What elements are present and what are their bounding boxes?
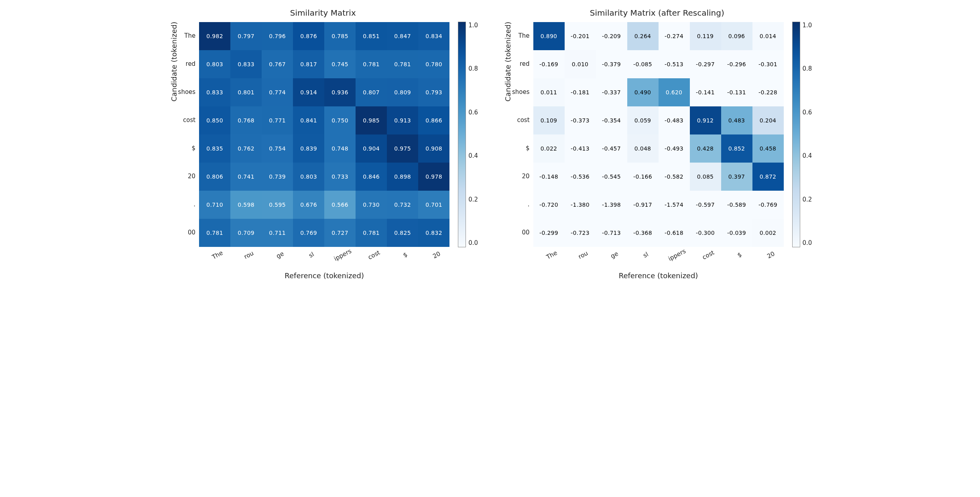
heatmap-cell: 0.741 [230,163,262,191]
heatmap-cell: 0.904 [356,134,387,163]
heatmap-cell: 0.833 [230,50,262,78]
heatmap-cell: 0.806 [199,163,230,191]
heatmap-cell: -1.380 [565,191,596,219]
heatmap-cell: -0.085 [627,50,659,78]
heatmap-cell: 0.898 [387,163,418,191]
heatmap-cell: 0.851 [356,22,387,50]
heatmap-cell: -0.337 [596,78,627,106]
y-tick-label: . [512,190,530,218]
heatmap-cell: 0.733 [324,163,356,191]
heatmap-cell: 0.781 [356,50,387,78]
heatmap-cell: 0.807 [356,78,387,106]
y-axis-label: Candidate (tokenized) [502,22,512,102]
colorbar-tick: 0.6 [468,109,478,116]
heatmap-cell: 0.785 [324,22,356,50]
colorbar-tick: 0.0 [803,239,812,246]
x-ticks: Therougeslipperscost$20 [199,249,449,259]
colorbar-tick: 0.4 [803,152,812,159]
heatmap-cell: -0.483 [659,106,690,134]
y-tick-label: 00 [178,218,196,246]
y-tick-label: The [512,22,530,50]
heatmap-cell: 0.809 [387,78,418,106]
heatmap-cell: 0.762 [230,134,262,163]
colorbar-tick: 0.8 [468,65,478,72]
colorbar-tick: 1.0 [803,22,812,29]
heatmap-cell: -0.201 [565,22,596,50]
heatmap-cell: 0.803 [199,50,230,78]
heatmap-cell: 0.793 [418,78,449,106]
heatmap-cell: 0.059 [627,106,659,134]
y-tick-label: cost [512,106,530,134]
heatmap-cell: -0.413 [565,134,596,163]
y-tick-label: $ [512,134,530,162]
heatmap-cell: -0.379 [596,50,627,78]
heatmap-cell: 0.745 [324,50,356,78]
heatmap-cell: 0.748 [324,134,356,163]
y-tick-label: shoes [178,78,196,106]
heatmap-cell: 0.428 [690,134,721,163]
colorbar-gradient [792,22,800,247]
y-tick-label: red [512,50,530,78]
heatmap-cell: 0.750 [324,106,356,134]
heatmap-cell: 0.780 [418,50,449,78]
heatmap-cell: -0.720 [533,191,565,219]
heatmap-cell: -0.917 [627,191,659,219]
heatmap-cell: -0.296 [721,50,752,78]
heatmap-cell: -0.536 [565,163,596,191]
heatmap-cell: 0.801 [230,78,262,106]
heatmap-cell: 0.264 [627,22,659,50]
heatmap-cell: 0.566 [324,191,356,219]
heatmap-cell: 0.975 [387,134,418,163]
heatmap-cell: -0.373 [565,106,596,134]
heatmap-cell: -0.166 [627,163,659,191]
heatmap-cell: -0.209 [596,22,627,50]
heatmap-cell: 0.490 [627,78,659,106]
heatmap-cell: 0.048 [627,134,659,163]
heatmap-cell: 0.876 [293,22,324,50]
heatmap-cell: 0.774 [262,78,293,106]
colorbar-tick: 0.8 [803,65,812,72]
heatmap-cell: 0.982 [199,22,230,50]
colorbar-tick: 0.2 [468,196,478,203]
heatmap-cell: 0.914 [293,78,324,106]
heatmap-cell: 0.014 [752,22,784,50]
y-tick-label: red [178,50,196,78]
heatmap-cell: 0.797 [230,22,262,50]
x-ticks: Therougeslipperscost$20 [533,249,783,259]
x-axis-label: Reference (tokenized) [285,271,364,280]
heatmap-cell: 0.011 [533,78,565,106]
heatmap-cell: 0.739 [262,163,293,191]
heatmap-cell: -1.398 [596,191,627,219]
y-axis-label: Candidate (tokenized) [168,22,178,102]
heatmap-cell: 0.204 [752,106,784,134]
heatmap-cell: 0.890 [533,22,565,50]
y-tick-label: shoes [512,78,530,106]
y-tick-label: . [178,190,196,218]
heatmap-cell: -0.169 [533,50,565,78]
heatmap-cell: 0.732 [387,191,418,219]
heatmap-cell: 0.010 [565,50,596,78]
y-tick-label: 00 [512,218,530,246]
y-ticks: Theredshoescost$20.00 [178,22,199,246]
colorbar-tick: 0.4 [468,152,478,159]
heatmap-cell: 0.768 [230,106,262,134]
figure: Similarity Matrix Candidate (tokenized) … [8,8,972,280]
heatmap-cell: 0.817 [293,50,324,78]
heatmap-cell: 0.109 [533,106,565,134]
heatmap-cell: 0.397 [721,163,752,191]
colorbar: 1.00.80.60.40.20.0 [458,22,478,246]
heatmap-cell: -0.148 [533,163,565,191]
heatmap-cell: 0.985 [356,106,387,134]
colorbar-ticks: 1.00.80.60.40.20.0 [800,22,812,246]
heatmap-right: Similarity Matrix (after Rescaling) Cand… [502,8,812,280]
heatmap-cell: -0.141 [690,78,721,106]
heatmap-cell: 0.978 [418,163,449,191]
heatmap-cell: -0.354 [596,106,627,134]
heatmap-cell: 0.852 [721,134,752,163]
heatmap-cell: 0.866 [418,106,449,134]
heatmap-cell: 0.771 [262,106,293,134]
heatmap-cell: -0.545 [596,163,627,191]
chart-title: Similarity Matrix (after Rescaling) [590,8,724,18]
colorbar-tick: 0.6 [803,109,812,116]
x-axis-label: Reference (tokenized) [619,271,698,280]
